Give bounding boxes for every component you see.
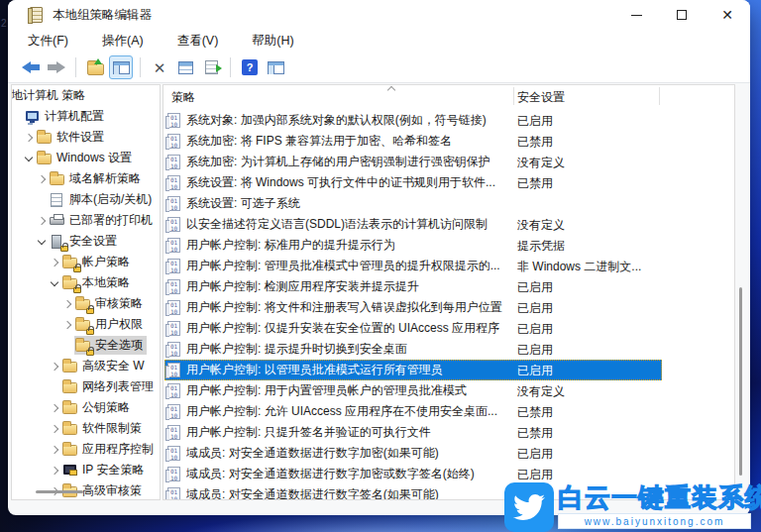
new-window-icon[interactable] xyxy=(264,55,287,79)
chevron-right-icon[interactable] xyxy=(50,466,59,476)
folder-lock-icon xyxy=(62,255,80,270)
policy-setting: 没有定义 xyxy=(517,155,565,171)
help-icon[interactable]: ? xyxy=(238,55,262,79)
tree-item[interactable]: 审核策略 xyxy=(12,293,160,314)
chevron-down-icon[interactable] xyxy=(37,237,47,247)
policy-row[interactable]: 0110用户帐户控制: 以管理员批准模式运行所有管理员已启用 xyxy=(163,360,734,380)
vertical-scrollbar[interactable] xyxy=(739,287,742,476)
policy-row[interactable]: 0110用户帐户控制: 将文件和注册表写入错误虚拟化到每用户位置已启用 xyxy=(163,297,734,318)
tree-item[interactable]: 本地策略 xyxy=(12,272,160,293)
tree-item[interactable]: 高级安全 W xyxy=(12,356,160,376)
chevron-right-icon[interactable] xyxy=(50,362,59,372)
menu-item-1[interactable]: 操作(A) xyxy=(92,31,154,53)
tree-item[interactable]: 应用程序控制 xyxy=(12,439,160,460)
policy-name: 系统加密: 为计算机上存储的用户密钥强制进行强密钥保护 xyxy=(186,154,490,170)
horizontal-scrollbar[interactable] xyxy=(36,490,83,493)
tree-item[interactable]: 用户权限 xyxy=(12,314,160,335)
tree-item[interactable]: IP 安全策略 xyxy=(12,460,160,480)
menu-item-3[interactable]: 帮助(H) xyxy=(242,31,303,53)
tree-item[interactable]: 软件限制策 xyxy=(12,418,160,439)
up-one-level-icon[interactable] xyxy=(83,55,107,79)
chevron-right-icon[interactable] xyxy=(50,424,59,434)
tree-item[interactable]: 计算机配置 xyxy=(12,106,160,127)
tree-item[interactable]: 网络列表管理 xyxy=(12,376,160,397)
console-tree-pane[interactable]: 本地计算机 策略计算机配置软件设置Windows 设置域名解析策略脚本(启动/关… xyxy=(11,84,161,500)
tree-item[interactable]: 安全选项 xyxy=(12,335,160,356)
chevron-right-icon[interactable] xyxy=(37,216,47,226)
chevron-right-icon[interactable] xyxy=(62,299,72,309)
chevron-right-icon[interactable] xyxy=(37,174,47,184)
policy-row[interactable]: 0110用户帐户控制: 检测应用程序安装并提示提升已启用 xyxy=(163,276,734,297)
policy-row[interactable]: 0110用户帐户控制: 仅提升安装在安全位置的 UIAccess 应用程序已启用 xyxy=(163,318,734,339)
minimize-button[interactable] xyxy=(613,0,659,30)
policy-setting: 已禁用 xyxy=(517,134,553,151)
policy-row[interactable]: 0110系统设置: 将 Windows 可执行文件中的证书规则用于软件...已禁… xyxy=(163,172,734,193)
tree-item[interactable]: 公钥策略 xyxy=(12,397,160,418)
maximize-button[interactable] xyxy=(659,0,705,30)
policy-row[interactable]: 0110用户帐户控制: 管理员批准模式中管理员的提升权限提示的...非 Wind… xyxy=(163,256,734,276)
properties-icon[interactable] xyxy=(173,55,197,79)
policy-name: 域成员: 对安全通道数据进行数字加密或数字签名(始终) xyxy=(186,466,475,482)
tree-item[interactable]: 本地计算机 策略 xyxy=(11,85,160,106)
policy-row[interactable]: 0110用户帐户控制: 只提升签名并验证的可执行文件已禁用 xyxy=(163,422,734,443)
policy-setting: 已启用 xyxy=(517,113,553,130)
policy-row[interactable]: 0110域成员: 对安全通道数据进行数字加密或数字签名(始终)已启用 xyxy=(163,464,734,484)
policy-setting: 已启用 xyxy=(517,342,553,359)
tree-item[interactable]: 帐户策略 xyxy=(12,252,160,272)
back-icon[interactable] xyxy=(19,55,43,79)
policy-row[interactable]: 0110系统对象: 加强内部系统对象的默认权限(例如，符号链接)已启用 xyxy=(163,110,734,131)
close-button[interactable]: ✕ xyxy=(705,0,750,30)
column-header-setting[interactable]: 安全设置 xyxy=(517,89,565,106)
title-bar[interactable]: 本地组策略编辑器 ✕ xyxy=(8,0,750,30)
column-divider[interactable] xyxy=(513,87,514,105)
policy-row[interactable]: 0110用户帐户控制: 标准用户的提升提示行为提示凭据 xyxy=(163,235,734,256)
policy-document-icon: 0110 xyxy=(167,321,180,336)
chevron-right-icon[interactable] xyxy=(50,445,59,455)
menu-bar: 文件(F)操作(A)查看(V)帮助(H) xyxy=(8,30,750,53)
policy-row[interactable]: 0110系统加密: 将 FIPS 兼容算法用于加密、哈希和签名已禁用 xyxy=(163,131,734,152)
policy-row[interactable]: 0110用户帐户控制: 允许 UIAccess 应用程序在不使用安全桌面...已… xyxy=(163,401,734,422)
policy-row[interactable]: 0110系统设置: 可选子系统 xyxy=(163,193,734,214)
folder-icon xyxy=(50,171,67,187)
tree-item[interactable]: Windows 设置 xyxy=(12,148,160,168)
chevron-down-icon[interactable] xyxy=(24,154,34,163)
forward-icon[interactable] xyxy=(45,55,68,79)
show-console-tree-icon[interactable] xyxy=(109,55,133,79)
policy-setting: 已禁用 xyxy=(517,404,553,421)
delete-icon[interactable]: ✕ xyxy=(148,55,171,79)
tree-item[interactable]: 软件设置 xyxy=(12,127,160,148)
policy-setting: 非 Windows 二进制文... xyxy=(517,259,641,275)
chevron-right-icon[interactable] xyxy=(50,403,59,413)
policy-row[interactable]: 0110系统加密: 为计算机上存储的用户密钥强制进行强密钥保护没有定义 xyxy=(163,152,734,172)
toolbar: ✕? xyxy=(8,53,750,82)
chevron-down-icon[interactable] xyxy=(50,278,59,288)
chevron-spacer xyxy=(12,112,22,122)
policy-row[interactable]: 0110域成员: 对安全通道数据进行数字加密(如果可能)已启用 xyxy=(163,443,734,464)
policy-document-icon: 0110 xyxy=(167,300,180,315)
tree-item[interactable]: 安全设置 xyxy=(12,231,160,252)
toolbar-separator xyxy=(230,57,231,77)
chevron-right-icon[interactable] xyxy=(62,320,72,330)
tree-item[interactable]: 高级审核策 xyxy=(12,480,160,500)
window-controls: ✕ xyxy=(613,0,750,30)
tree-item-label: 本地计算机 策略 xyxy=(11,87,85,104)
policy-name: 用户帐户控制: 用于内置管理员帐户的管理员批准模式 xyxy=(186,382,467,399)
folder-icon xyxy=(62,379,80,395)
tree-item[interactable]: 已部署的打印机 xyxy=(12,210,160,231)
policy-row[interactable]: 0110以安全描述符定义语言(SDDL)语法表示的计算机访问限制没有定义 xyxy=(163,214,734,235)
chevron-right-icon[interactable] xyxy=(24,133,34,143)
policy-document-icon: 0110 xyxy=(167,363,180,377)
policy-document-icon: 0110 xyxy=(167,279,180,294)
policy-row[interactable]: 0110用户帐户控制: 用于内置管理员帐户的管理员批准模式没有定义 xyxy=(163,380,734,401)
policy-list-pane[interactable]: 策略 安全设置 0110系统对象: 加强内部系统对象的默认权限(例如，符号链接)… xyxy=(163,84,735,500)
column-divider[interactable] xyxy=(659,87,660,105)
tree-item[interactable]: 脚本(启动/关机) xyxy=(12,189,160,210)
menu-item-0[interactable]: 文件(F) xyxy=(18,31,78,53)
tree-item-label: 软件限制策 xyxy=(82,420,142,437)
column-header-policy[interactable]: 策略 xyxy=(171,89,195,106)
chevron-right-icon[interactable] xyxy=(50,258,59,267)
export-list-icon[interactable] xyxy=(199,55,223,79)
policy-row[interactable]: 0110用户帐户控制: 提示提升时切换到安全桌面已启用 xyxy=(163,339,734,360)
menu-item-2[interactable]: 查看(V) xyxy=(167,31,229,53)
tree-item[interactable]: 域名解析策略 xyxy=(12,168,160,189)
